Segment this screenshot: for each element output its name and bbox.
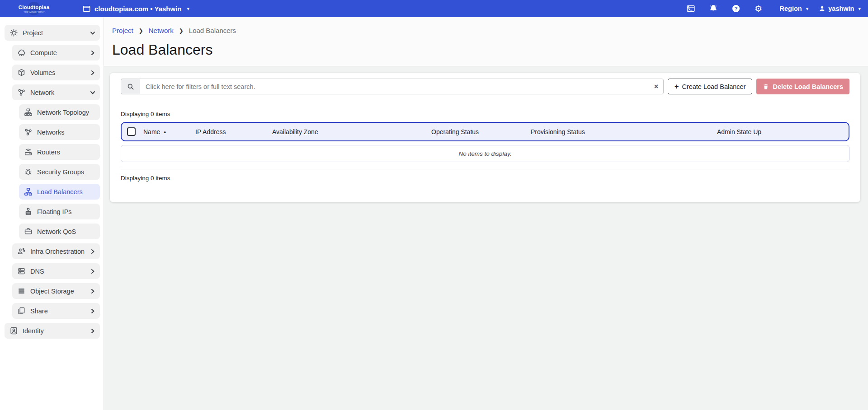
networks-icon xyxy=(24,128,33,137)
delete-button-label: Delete Load Balancers xyxy=(773,83,843,90)
sidebar-item-label: Network Topology xyxy=(37,109,89,116)
trash-icon xyxy=(763,84,769,90)
user-menu[interactable]: yashwin ▾ xyxy=(818,5,861,13)
sidebar-item-project[interactable]: Project xyxy=(5,25,100,41)
network-icon xyxy=(17,88,26,97)
chevron-down-icon xyxy=(90,90,95,95)
window-icon xyxy=(82,5,91,13)
displaying-count-bottom: Displaying 0 items xyxy=(121,175,849,182)
column-label: IP Address xyxy=(195,128,226,135)
sidebar-item-identity[interactable]: Identity xyxy=(5,323,100,339)
sidebar-item-compute[interactable]: Compute xyxy=(12,45,100,61)
breadcrumb-network[interactable]: Network xyxy=(149,26,174,35)
sidebar-item-networks[interactable]: Networks xyxy=(19,124,100,140)
share-icon xyxy=(17,307,26,316)
column-label: Name xyxy=(143,128,160,135)
page-title: Load Balancers xyxy=(112,41,868,59)
sidebar-item-label: Project xyxy=(23,29,43,37)
terminal-button[interactable] xyxy=(679,4,702,13)
sidebar-item-label: Routers xyxy=(37,149,60,156)
table-header-row: Name▲IP AddressAvailability ZoneOperatin… xyxy=(121,122,849,141)
search-input[interactable] xyxy=(140,79,664,94)
sidebar-item-share[interactable]: Share xyxy=(12,303,100,319)
chevron-right-icon xyxy=(90,328,95,334)
search-icon xyxy=(127,83,134,90)
chevron-right-icon: ❯ xyxy=(179,26,184,35)
column-header-admin-state-up[interactable]: Admin State Up xyxy=(714,128,849,135)
create-load-balancer-button[interactable]: + Create Load Balancer xyxy=(668,79,752,94)
column-header-operating-status[interactable]: Operating Status xyxy=(429,128,528,135)
load-balancers-card: × + Create Load Balancer Delete Load Bal… xyxy=(110,73,860,202)
help-icon: ? xyxy=(731,4,741,13)
sort-ascending-icon: ▲ xyxy=(163,130,167,134)
delete-load-balancers-button[interactable]: Delete Load Balancers xyxy=(756,79,849,94)
sidebar-item-network-qos[interactable]: Network QoS xyxy=(19,224,100,239)
floating-ips-icon xyxy=(24,207,33,216)
sidebar-item-floating-ips[interactable]: Floating IPs xyxy=(19,204,100,219)
sidebar-item-volumes[interactable]: Volumes xyxy=(12,65,100,80)
chevron-right-icon xyxy=(90,269,95,274)
sidebar-item-routers[interactable]: Routers xyxy=(19,144,100,160)
sidebar-item-label: Volumes xyxy=(30,69,56,76)
chevron-right-icon: ❯ xyxy=(139,26,143,35)
domain-label: cloudtopiaa.com • Yashwin xyxy=(94,5,182,13)
select-all-checkbox[interactable] xyxy=(127,127,136,136)
terminal-icon xyxy=(686,4,695,13)
sidebar-item-label: Compute xyxy=(30,49,57,56)
column-label: Availability Zone xyxy=(272,128,318,135)
chevron-down-icon: ▾ xyxy=(806,6,809,12)
breadcrumb-current: Load Balancers xyxy=(189,26,236,35)
navbar-actions: ?⚙ Region ▾ yashwin ▾ xyxy=(679,4,868,13)
displaying-count-top: Displaying 0 items xyxy=(121,111,849,117)
column-label: Admin State Up xyxy=(717,128,761,135)
svg-text:?: ? xyxy=(734,6,737,11)
sidebar-item-dns[interactable]: DNS xyxy=(12,263,100,279)
sidebar-item-security-groups[interactable]: Security Groups xyxy=(19,164,100,180)
cloudtopiaa-logo[interactable]: Cloudtopiaa Your Cloud Partner xyxy=(0,0,68,17)
user-icon xyxy=(818,5,826,13)
chevron-right-icon xyxy=(90,308,95,314)
sidebar-item-label: Infra Orchestration xyxy=(30,248,85,255)
search-button[interactable] xyxy=(121,79,140,94)
column-header-name[interactable]: Name▲ xyxy=(141,128,193,135)
domain-project-switcher[interactable]: cloudtopiaa.com • Yashwin ▾ xyxy=(82,5,189,13)
object-storage-icon xyxy=(17,287,26,296)
content-panel: × + Create Load Balancer Delete Load Bal… xyxy=(104,66,868,410)
sidebar-item-label: Load Balancers xyxy=(37,188,83,196)
column-label: Operating Status xyxy=(431,128,479,135)
network-topology-icon xyxy=(24,108,33,117)
search-group: × xyxy=(121,79,664,94)
gear-button[interactable]: ⚙ xyxy=(747,4,770,13)
sidebar-item-label: DNS xyxy=(30,268,44,275)
page-header: Project ❯ Network ❯ Load Balancers Load … xyxy=(104,17,868,66)
chevron-right-icon xyxy=(90,289,95,294)
breadcrumb-project[interactable]: Project xyxy=(112,26,133,35)
sidebar-item-label: Floating IPs xyxy=(37,208,72,215)
plus-icon: + xyxy=(675,83,679,91)
chevron-down-icon xyxy=(90,30,95,36)
network-qos-icon xyxy=(24,227,33,236)
load-balancers-icon xyxy=(24,187,33,196)
region-dropdown[interactable]: Region ▾ xyxy=(780,5,809,12)
help-button[interactable]: ? xyxy=(725,4,747,13)
sidebar-item-label: Share xyxy=(30,308,48,315)
gear-icon: ⚙ xyxy=(755,4,762,13)
sidebar-item-label: Network xyxy=(30,89,54,96)
column-header-availability-zone[interactable]: Availability Zone xyxy=(269,128,429,135)
sidebar-item-load-balancers[interactable]: Load Balancers xyxy=(19,184,100,200)
sidebar-item-network[interactable]: Network xyxy=(12,84,100,100)
sidebar-item-label: Object Storage xyxy=(30,288,74,295)
identity-icon xyxy=(9,326,18,335)
sidebar-item-label: Network QoS xyxy=(37,228,76,235)
sidebar-item-infra-orchestration[interactable]: Infra Orchestration xyxy=(12,243,100,259)
user-label: yashwin xyxy=(828,5,854,12)
bell-button[interactable] xyxy=(702,4,725,13)
column-header-ip-address[interactable]: IP Address xyxy=(193,128,269,135)
sidebar-item-network-topology[interactable]: Network Topology xyxy=(19,104,100,120)
infra-orchestration-icon xyxy=(17,247,26,256)
clear-search-button[interactable]: × xyxy=(654,79,658,94)
chevron-right-icon xyxy=(90,50,95,56)
sidebar-item-object-storage[interactable]: Object Storage xyxy=(12,283,100,299)
column-header-provisioning-status[interactable]: Provisioning Status xyxy=(528,128,714,135)
table-footer-divider xyxy=(121,169,849,169)
